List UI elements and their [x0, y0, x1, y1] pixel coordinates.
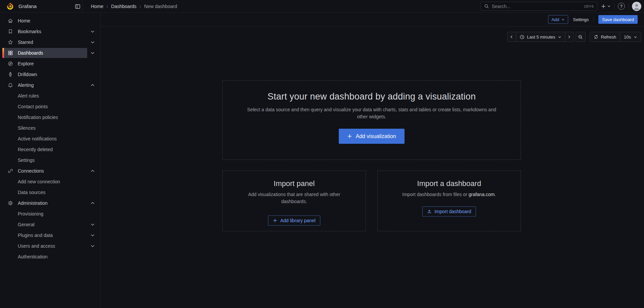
refresh-icon	[594, 35, 598, 39]
help-icon[interactable]: ?	[618, 3, 625, 10]
upload-icon	[427, 209, 432, 214]
refresh-picker: Refresh 10s	[590, 32, 642, 42]
import-panel-cta: Import panel Add visualizations that are…	[222, 171, 366, 231]
compass-icon	[8, 61, 13, 66]
search-icon	[484, 4, 489, 9]
sidebar-item-connections[interactable]: Connections	[0, 166, 100, 176]
chevron-down-icon[interactable]	[90, 243, 95, 249]
import-dashboard-title: Import a dashboard	[378, 179, 521, 188]
sidebar-item-alerting-settings[interactable]: Settings	[0, 155, 100, 166]
chevron-right-icon	[567, 35, 571, 39]
bell-icon	[8, 82, 13, 88]
add-visualization-button[interactable]: Add visualization	[339, 129, 404, 144]
bookmark-icon	[8, 29, 13, 34]
chevron-down-icon[interactable]	[90, 50, 95, 56]
plus-icon	[601, 4, 606, 9]
breadcrumb-separator: ›	[140, 4, 141, 9]
sidebar-item-silences[interactable]: Silences	[0, 123, 100, 133]
user-avatar[interactable]	[632, 2, 641, 11]
search-shortcut: ctrl+k	[584, 4, 594, 9]
sidebar-item-active-notifications[interactable]: Active notifications	[0, 133, 100, 144]
chevron-down-icon	[634, 35, 637, 39]
divider	[628, 3, 629, 9]
new-menu-button[interactable]	[601, 4, 611, 9]
import-dashboard-button[interactable]: Import dashboard	[422, 206, 476, 217]
breadcrumb-home[interactable]: Home	[91, 4, 103, 9]
main-content: Add Settings Save dashboard Last 5 minut…	[101, 13, 644, 308]
chevron-down-icon[interactable]	[90, 29, 95, 34]
import-panel-title: Import panel	[223, 179, 366, 188]
refresh-interval-picker[interactable]: 10s	[620, 32, 641, 42]
star-icon	[8, 40, 13, 45]
link-icon	[8, 168, 13, 174]
dock-sidebar-icon[interactable]	[73, 2, 82, 10]
search-placeholder: Search...	[492, 4, 581, 9]
sidebar-item-alert-rules[interactable]: Alert rules	[0, 90, 100, 101]
sidebar: Home Bookmarks	[0, 13, 101, 308]
sidebar-item-authentication[interactable]: Authentication	[0, 251, 100, 262]
gear-icon	[8, 200, 13, 206]
import-dashboard-cta: Import a dashboard Import dashboards fro…	[377, 171, 521, 231]
chevron-left-icon	[509, 35, 514, 39]
plus-icon	[273, 218, 277, 223]
chevron-up-icon[interactable]	[90, 168, 95, 174]
zoom-out-icon	[578, 35, 583, 40]
empty-state-title: Start your new dashboard by adding a vis…	[223, 91, 521, 102]
sidebar-item-add-new-connection[interactable]: Add new connection	[0, 176, 100, 187]
sidebar-item-alerting[interactable]: Alerting	[0, 80, 100, 90]
sidebar-item-explore[interactable]: Explore	[0, 58, 100, 69]
add-library-panel-button[interactable]: Add library panel	[268, 215, 320, 226]
breadcrumb: Home › Dashboards › New dashboard	[91, 0, 177, 12]
settings-button[interactable]: Settings	[573, 17, 589, 22]
time-range-picker[interactable]: Last 5 minutes	[516, 32, 565, 42]
breadcrumb-current: New dashboard	[144, 4, 177, 9]
chevron-down-icon[interactable]	[90, 40, 95, 45]
time-range-forward-button[interactable]	[565, 32, 574, 42]
sidebar-item-home[interactable]: Home	[0, 15, 100, 26]
divider	[614, 3, 614, 9]
time-range-zoom-out-button[interactable]	[576, 32, 586, 42]
sidebar-item-plugins-and-data[interactable]: Plugins and data	[0, 230, 100, 241]
sidebar-item-provisioning[interactable]: Provisioning	[0, 208, 100, 219]
chevron-down-icon	[558, 35, 561, 39]
save-dashboard-button[interactable]: Save dashboard	[598, 15, 638, 24]
sidebar-item-notification-policies[interactable]: Notification policies	[0, 112, 100, 123]
sidebar-item-drilldown[interactable]: Drilldown	[0, 69, 100, 80]
breadcrumb-separator: ›	[106, 4, 108, 9]
plus-icon	[347, 134, 352, 139]
divider	[82, 0, 83, 12]
sidebar-item-contact-points[interactable]: Contact points	[0, 101, 100, 112]
chevron-up-icon[interactable]	[90, 200, 95, 206]
sidebar-item-administration[interactable]: Administration	[0, 198, 100, 208]
sidebar-item-data-sources[interactable]: Data sources	[0, 187, 100, 198]
breadcrumb-dashboards[interactable]: Dashboards	[111, 4, 137, 9]
chevron-down-icon	[607, 4, 611, 8]
sidebar-item-starred[interactable]: Starred	[0, 37, 100, 48]
clock-icon	[520, 35, 525, 40]
time-toolbar: Last 5 minutes Refresh	[101, 32, 644, 42]
add-panel-button[interactable]: Add	[548, 15, 568, 24]
apps-icon	[8, 50, 13, 56]
drilldown-icon	[8, 72, 13, 77]
top-nav: Grafana Home › Dashboards › New dashboar…	[0, 0, 644, 13]
chevron-down-icon[interactable]	[90, 233, 95, 238]
home-icon	[8, 18, 13, 23]
sidebar-item-bookmarks[interactable]: Bookmarks	[0, 26, 100, 37]
import-panel-description: Add visualizations that are shared with …	[237, 191, 351, 205]
sidebar-item-recently-deleted[interactable]: Recently deleted	[0, 144, 100, 155]
empty-state-description: Select a data source and then query and …	[244, 106, 499, 120]
sidebar-item-users-and-access[interactable]: Users and access	[0, 241, 100, 251]
chevron-down-icon[interactable]	[90, 222, 95, 227]
empty-dashboard-cta: Start your new dashboard by adding a vis…	[222, 80, 521, 160]
dashboard-actions-bar: Add Settings Save dashboard	[101, 13, 644, 26]
divider	[593, 16, 594, 22]
time-range-back-button[interactable]	[507, 32, 516, 42]
grafana-logo[interactable]	[6, 2, 14, 11]
chevron-up-icon[interactable]	[90, 82, 95, 88]
sidebar-item-general[interactable]: General	[0, 219, 100, 230]
grafana-com-link[interactable]: grafana.com	[469, 192, 495, 197]
search-input[interactable]: Search... ctrl+k	[480, 2, 597, 11]
refresh-button[interactable]: Refresh	[590, 32, 620, 42]
chevron-down-icon	[561, 18, 565, 21]
sidebar-item-dashboards[interactable]: Dashboards	[0, 48, 100, 58]
